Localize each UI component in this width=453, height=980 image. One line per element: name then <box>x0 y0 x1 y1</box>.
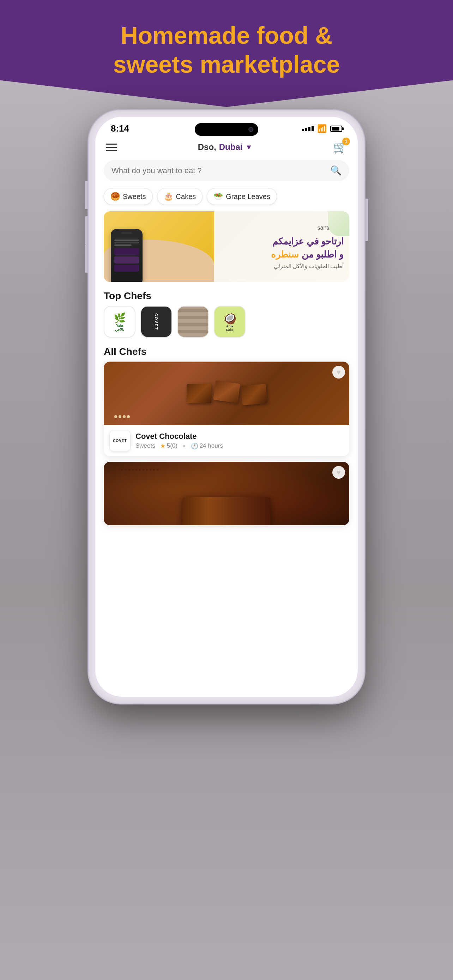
category-cakes[interactable]: 🎂 Cakes <box>157 188 203 205</box>
chef-ahla[interactable]: 🥥 AhlaCake <box>214 306 246 337</box>
chef-time-covet: 🕐 24 hours <box>191 442 223 450</box>
phone-mockup: 8:14 📶 <box>89 110 364 703</box>
chef-name-covet: Covet Chocolate <box>135 432 343 441</box>
chef-yala[interactable]: 🌿 Yalaبالأجي <box>104 306 135 337</box>
chef-striped[interactable] <box>177 306 209 337</box>
top-chefs-row: 🌿 Yalaبالأجي COVET 🥥 AhlaCake <box>95 306 358 344</box>
cakes-icon: 🎂 <box>164 192 173 201</box>
star-icon: ★ <box>160 442 165 450</box>
status-bar: 8:14 📶 <box>95 117 358 137</box>
chef-card-covet[interactable]: ♥ COVET Covet Chocolate Sweets ★ <box>104 361 349 456</box>
search-bar[interactable]: 🔍 <box>104 160 349 181</box>
status-icons: 📶 <box>302 124 342 134</box>
chef-card-image-2: ♥ <box>104 462 349 525</box>
location-selector[interactable]: Dso, Dubai ▼ <box>198 142 252 152</box>
chef-category-covet: Sweets <box>135 442 155 449</box>
cart-badge: 1 <box>342 138 350 145</box>
phone-in-hand-graphic <box>111 229 143 282</box>
battery-icon <box>330 126 342 132</box>
menu-button[interactable] <box>106 143 117 151</box>
chef-card-image-covet: ♥ <box>104 361 349 425</box>
categories-row: 🥮 Sweets 🎂 Cakes 🥗 Grape Leaves <box>95 186 358 210</box>
location-area: Dubai <box>219 142 243 152</box>
search-icon[interactable]: 🔍 <box>330 165 342 176</box>
sweets-icon: 🥮 <box>110 192 120 201</box>
ahla-icon: 🥥 <box>223 312 236 325</box>
banner-title: Homemade food & sweets marketplace <box>28 21 425 79</box>
favorite-button-covet[interactable]: ♥ <box>332 366 345 379</box>
chevron-down-icon: ▼ <box>245 143 252 151</box>
banner-right: santra ارتاحو في عزايمكم و اطلبو من سنطر… <box>214 218 349 275</box>
search-input[interactable] <box>111 166 326 175</box>
cart-button[interactable]: 🛒 1 <box>333 140 347 154</box>
camera <box>248 127 253 132</box>
banner-arabic-title: ارتاحو في عزايمكم و اطلبو من سنطره <box>221 235 343 261</box>
yala-icon: 🌿 <box>114 312 126 324</box>
chef-rating-covet: ★ 5(0) <box>160 442 178 450</box>
notch <box>195 123 258 136</box>
promo-banner[interactable]: santra ارتاحو في عزايمكم و اطلبو من سنطر… <box>104 211 349 282</box>
phone-frame: 8:14 📶 <box>89 110 364 703</box>
clock-icon: 🕐 <box>191 442 198 450</box>
category-grape-leaves[interactable]: 🥗 Grape Leaves <box>207 188 277 205</box>
location-city: Dso, <box>198 142 216 152</box>
santra-logo: santra <box>221 224 343 232</box>
chef-covet[interactable]: COVET <box>140 306 172 337</box>
cakes-label: Cakes <box>176 192 196 201</box>
covet-logo-badge: COVET <box>110 430 130 451</box>
signal-icon <box>302 126 314 131</box>
favorite-button-2[interactable]: ♥ <box>332 466 345 479</box>
banner-left <box>104 211 214 282</box>
app-header: Dso, Dubai ▼ 🛒 1 <box>95 137 358 158</box>
banner-arabic-sub: أطيب الحلويات والأكل المنزلي <box>221 263 343 269</box>
wifi-icon: 📶 <box>317 124 327 134</box>
grape-leaves-icon: 🥗 <box>213 192 223 201</box>
phone-screen: 8:14 📶 <box>95 117 358 697</box>
covet-label: COVET <box>154 313 158 330</box>
top-chefs-title: Top Chefs <box>95 288 358 306</box>
category-sweets[interactable]: 🥮 Sweets <box>104 188 153 205</box>
grape-leaves-label: Grape Leaves <box>226 192 270 201</box>
status-time: 8:14 <box>111 123 129 134</box>
chef-card-2[interactable]: ♥ <box>104 462 349 525</box>
sweets-label: Sweets <box>123 192 146 201</box>
app-content: 🔍 🥮 Sweets 🎂 Cakes 🥗 Grape Leaves <box>95 158 358 688</box>
all-chefs-title: All Chefs <box>95 344 358 361</box>
